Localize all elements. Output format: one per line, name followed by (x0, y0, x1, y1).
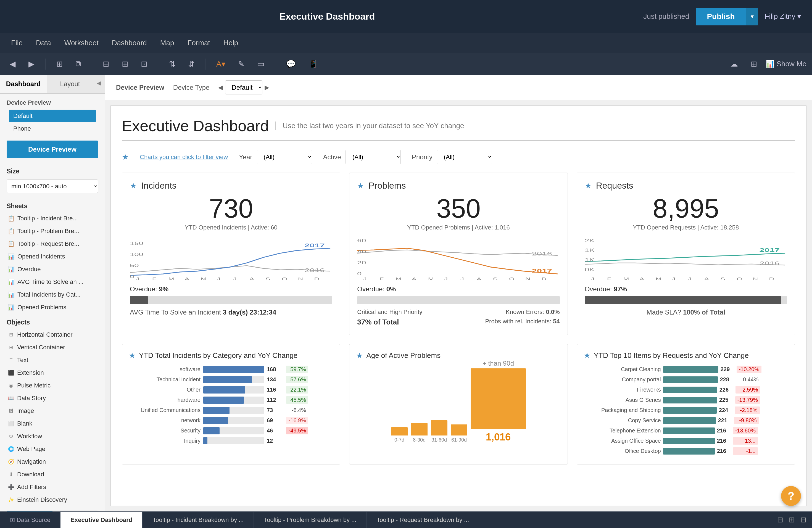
toolbar-present-button[interactable]: ⊞ (746, 57, 761, 71)
tab-dashboard[interactable]: Dashboard (0, 75, 47, 93)
sheet-item[interactable]: 📊Overdue (4, 263, 100, 276)
toolbar-cloud-button[interactable]: ☁ (726, 57, 742, 71)
show-me-button[interactable]: 📊 Show Me (766, 60, 807, 68)
tab-tooltip-request[interactable]: Tooltip - Request Breakdown by ... (366, 512, 479, 528)
toolbar-sort-asc-button[interactable]: ⇅ (165, 57, 179, 71)
bar-num: 116 (267, 386, 284, 393)
bar-track (203, 376, 264, 383)
svg-text:M: M (168, 277, 174, 281)
tab-data-source[interactable]: ⊞ Data Source (0, 512, 60, 528)
toolbar-rows-button[interactable]: ⊞ (118, 57, 132, 71)
object-add-filters[interactable]: ➕Add Filters (4, 481, 100, 494)
device-preview-button[interactable]: Device Preview (6, 141, 98, 158)
sheet-item[interactable]: 📊Opened Incidents (4, 250, 100, 263)
active-filter-select[interactable]: (All) (346, 150, 401, 164)
publish-button[interactable]: Publish (696, 8, 746, 25)
toolbar-fit-button[interactable]: ⊡ (137, 57, 151, 71)
top-item-num: 225 (719, 397, 733, 403)
requests-card-header: ★ Requests (585, 180, 787, 191)
sheet-item[interactable]: 📋Tooltip - Incident Bre... (4, 212, 100, 225)
priority-filter-select[interactable]: (All) (437, 150, 492, 164)
device-prev-arrow[interactable]: ◀ (218, 84, 223, 91)
bottom-tab-icons: ⊟ ⊞ ⊟ (777, 516, 812, 524)
help-badge[interactable]: ? (781, 486, 801, 506)
menu-dashboard[interactable]: Dashboard (112, 39, 147, 47)
sheets-section: 📋Tooltip - Incident Bre... 📋Tooltip - Pr… (0, 212, 105, 314)
toolbar-tooltip-button[interactable]: 💬 (282, 57, 300, 71)
sheet-item[interactable]: 📊Total Incidents by Cat... (4, 288, 100, 301)
object-horizontal-container[interactable]: ⊟Horizontal Container (4, 328, 100, 341)
top-requests-card: ★ YTD Top 10 Items by Requests and YoY C… (577, 344, 795, 465)
bar-num: 12 (267, 438, 284, 444)
object-einstein-discovery[interactable]: ✨Einstein Discovery (4, 494, 100, 506)
cards-row: ★ Incidents 730 YTD Opened Incidents | A… (122, 173, 795, 335)
svg-text:40: 40 (357, 249, 366, 254)
menu-worksheet[interactable]: Worksheet (64, 39, 99, 47)
object-text[interactable]: TObjectsText (4, 354, 100, 366)
menu-format[interactable]: Format (187, 39, 210, 47)
bar-label: Security (129, 427, 201, 434)
device-next-arrow[interactable]: ▶ (265, 84, 269, 91)
tab-tooltip-problem[interactable]: Tooltip - Problem Breakdown by ... (254, 512, 366, 528)
menu-data[interactable]: Data (36, 39, 51, 47)
svg-text:A: A (477, 277, 481, 281)
tab-icon-2[interactable]: ⊞ (789, 516, 795, 524)
svg-text:S: S (493, 277, 498, 281)
menu-help[interactable]: Help (223, 39, 238, 47)
sheet-item[interactable]: 📊Opened Problems (4, 301, 100, 314)
sheet-item[interactable]: 📋Tooltip - Problem Bre... (4, 225, 100, 237)
sheet-icon: 📊 (8, 253, 15, 260)
publish-dropdown-button[interactable]: ▾ (746, 8, 758, 25)
toolbar-duplicate-button[interactable]: ⧉ (71, 57, 85, 71)
svg-text:2016: 2016 (532, 251, 552, 256)
tab-layout[interactable]: Layout (47, 75, 93, 93)
sheet-item[interactable]: 📋Tooltip - Request Bre... (4, 237, 100, 250)
object-pulse-metric[interactable]: ◉Pulse Metric (4, 379, 100, 392)
size-select[interactable]: min 1000x700 - auto (6, 179, 98, 193)
toolbar-rect-button[interactable]: ▭ (253, 57, 269, 71)
year-filter-group: Year (All) (239, 150, 312, 164)
device-item-default[interactable]: Default (9, 109, 96, 122)
sheet-item[interactable]: 📊AVG Time to Solve an ... (4, 276, 100, 288)
device-item-phone[interactable]: Phone (9, 122, 96, 135)
year-filter-select[interactable]: (All) (257, 150, 312, 164)
tab-tooltip-incident[interactable]: Tooltip - Incident Breakdown by ... (143, 512, 254, 528)
tab-executive-dashboard[interactable]: Executive Dashboard (60, 512, 143, 528)
age-bar-item: 8-30d (411, 423, 427, 443)
toolbar-sort-desc-button[interactable]: ⇵ (184, 57, 199, 71)
user-name-label[interactable]: Filip Zitny ▾ (765, 12, 801, 21)
toolbar-color-button[interactable]: A▾ (212, 57, 230, 71)
object-blank[interactable]: ⬜Blank (4, 417, 100, 430)
menu-map[interactable]: Map (160, 39, 174, 47)
top-item-label: Packaging and Shipping (584, 407, 661, 413)
age-bar-item: 0-7d (391, 427, 408, 443)
floating-toggle-button[interactable]: Floating (53, 511, 98, 511)
toolbar-device-button[interactable]: 📱 (304, 57, 322, 71)
object-extension[interactable]: ⬛Extension (4, 366, 100, 379)
problems-card-header: ★ Problems (357, 180, 560, 191)
problems-critical: Critical and High Priority 37% of Total (357, 308, 422, 327)
toolbar-columns-button[interactable]: ⊟ (99, 57, 113, 71)
incidents-by-cat-star: ★ (129, 351, 135, 360)
toolbar-back-button[interactable]: ◀ (5, 57, 20, 71)
toolbar-edit-button[interactable]: ✎ (234, 57, 249, 71)
menu-file[interactable]: File (11, 39, 23, 47)
toolbar-new-sheet-button[interactable]: ⊞ (52, 57, 67, 71)
tiled-toggle-button[interactable]: Tiled (7, 511, 53, 511)
tab-icon-3[interactable]: ⊟ (800, 516, 807, 524)
object-download[interactable]: ⬇Download (4, 468, 100, 481)
object-navigation[interactable]: 🧭Navigation (4, 455, 100, 468)
object-data-story[interactable]: 📖Data Story (4, 392, 100, 405)
top-item-row: Packaging and Shipping 224 -2.18% (584, 407, 788, 414)
objects-section: ⊟Horizontal Container ⊞Vertical Containe… (0, 328, 105, 506)
object-workflow[interactable]: ⚙Workflow (4, 430, 100, 443)
filter-link[interactable]: Charts you can click to filter view (140, 153, 228, 161)
object-vertical-container[interactable]: ⊞Vertical Container (4, 341, 100, 354)
object-image[interactable]: 🖼Image (4, 405, 100, 417)
object-web-page[interactable]: 🌐Web Page (4, 443, 100, 455)
bar-track (203, 427, 264, 435)
sidebar-collapse-arrow[interactable]: ◀ (93, 75, 105, 93)
device-type-select[interactable]: Default Phone (225, 80, 262, 94)
tab-icon-1[interactable]: ⊟ (777, 516, 783, 524)
toolbar-forward-button[interactable]: ▶ (24, 57, 39, 71)
